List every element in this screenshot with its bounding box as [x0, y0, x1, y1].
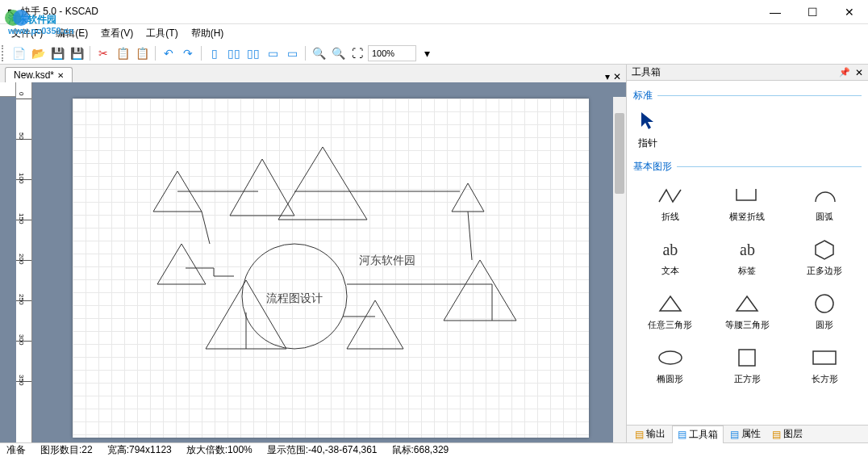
ellipse-icon — [657, 344, 684, 371]
tab-label: New.ksd* — [14, 69, 54, 81]
shapes-layer: 河东软件园 流程图设计 — [73, 99, 589, 438]
document-tab[interactable]: New.ksd* ✕ — [5, 67, 73, 82]
tool-hex[interactable]: 正多边形 — [787, 231, 862, 282]
toolbar-grip — [2, 45, 6, 61]
tool-tri[interactable]: 任意三角形 — [633, 285, 707, 336]
ab-icon: ab — [662, 236, 678, 263]
menu-edit[interactable]: 编辑(E) — [49, 25, 94, 42]
vertical-scrollbar[interactable] — [613, 97, 626, 442]
svg-marker-8 — [347, 300, 403, 349]
tool-polyline[interactable]: 折线 — [633, 177, 707, 228]
tab-layers[interactable]: ▤图层 — [767, 426, 807, 442]
redo-button[interactable]: ↷ — [179, 44, 197, 62]
cut-button[interactable]: ✂ — [94, 44, 112, 62]
svg-point-15 — [659, 351, 682, 364]
align4-button[interactable]: ▭ — [264, 44, 282, 62]
tabstrip-close-icon[interactable]: ✕ — [613, 71, 621, 82]
svg-marker-6 — [157, 244, 206, 284]
tool-label: 正方形 — [734, 373, 761, 385]
vertical-ruler: 050100150200250300350 — [16, 82, 32, 442]
tab-close-icon[interactable]: ✕ — [57, 71, 64, 80]
zoomfit-button[interactable]: ⛶ — [348, 44, 366, 62]
paste-button[interactable]: 📋 — [133, 44, 151, 62]
svg-marker-13 — [737, 296, 757, 311]
tool-tri[interactable]: 等腰三角形 — [711, 285, 785, 336]
tool-rect[interactable]: 长方形 — [787, 339, 862, 390]
statusbar: 准备 图形数目:22 宽高:794x1123 放大倍数:100% 显示范围:-4… — [0, 442, 868, 457]
tool-circle[interactable]: 圆形 — [787, 285, 862, 336]
minimize-button[interactable]: — — [757, 0, 794, 24]
tab-toolbox[interactable]: ▤工具箱 — [672, 426, 724, 443]
menu-help[interactable]: 帮助(H) — [185, 25, 231, 42]
tab-output[interactable]: ▤输出 — [630, 426, 670, 442]
tool-pointer[interactable]: 指针 — [633, 106, 862, 155]
maximize-button[interactable]: ☐ — [794, 0, 831, 24]
zoom-input[interactable] — [368, 45, 416, 61]
ruler-corner — [0, 82, 16, 97]
canvas-text-2: 流程图设计 — [266, 291, 323, 304]
tool-ellipse[interactable]: 椭圆形 — [633, 339, 707, 390]
tab-dropdown-icon[interactable]: ▾ — [605, 71, 610, 82]
svg-point-14 — [816, 295, 833, 312]
tabstrip: New.ksd* ✕ ▾ ✕ — [0, 65, 626, 82]
tool-hvline[interactable]: 横竖折线 — [711, 177, 785, 228]
canvas-text-1: 河东软件园 — [359, 254, 415, 266]
zoomout-button[interactable]: 🔍 — [329, 44, 347, 62]
svg-marker-9 — [444, 260, 516, 321]
tri-icon — [733, 290, 761, 317]
saveall-button[interactable]: 💾 — [68, 44, 86, 62]
tool-label: 标签 — [738, 265, 756, 277]
square-icon — [736, 344, 758, 371]
tri-icon — [657, 290, 684, 317]
tool-label: 任意三角形 — [648, 319, 692, 331]
document-area: New.ksd* ✕ ▾ ✕ 0501001502002503003504004… — [0, 65, 626, 442]
zoom-dropdown[interactable]: ▾ — [418, 44, 436, 62]
svg-rect-16 — [739, 350, 755, 366]
toolbox-group-title: 基本图形 — [633, 160, 862, 174]
new-button[interactable]: 📄 — [10, 44, 27, 62]
toolbar: 📄 📂 💾 💾 ✂ 📋 📋 ↶ ↷ ▯ ▯▯ ▯▯ ▭ ▭ 🔍 🔍 ⛶ ▾ — [0, 42, 868, 65]
zoomin-button[interactable]: 🔍 — [310, 44, 328, 62]
close-button[interactable]: ✕ — [831, 0, 868, 24]
menu-view[interactable]: 查看(V) — [94, 25, 140, 42]
svg-marker-5 — [452, 183, 484, 212]
align3-button[interactable]: ▯▯ — [244, 44, 262, 62]
save-button[interactable]: 💾 — [48, 44, 66, 62]
tool-label: 正多边形 — [807, 265, 842, 277]
svg-rect-17 — [813, 351, 836, 364]
tab-properties[interactable]: ▤属性 — [725, 426, 766, 442]
polyline-icon — [657, 182, 684, 209]
hex-icon — [812, 236, 837, 263]
toolbox-close-icon[interactable]: ✕ — [855, 67, 863, 78]
toolbox-titlebar: 工具箱 📌 ✕ — [627, 65, 868, 81]
open-button[interactable]: 📂 — [29, 44, 47, 62]
tool-label: 指针 — [638, 136, 657, 150]
tool-square[interactable]: 正方形 — [711, 339, 785, 390]
page: 河东软件园 流程图设计 — [73, 99, 589, 438]
svg-marker-4 — [278, 147, 367, 220]
align2-button[interactable]: ▯▯ — [225, 44, 243, 62]
copy-button[interactable]: 📋 — [114, 44, 131, 62]
tool-ab[interactable]: ab文本 — [633, 231, 707, 282]
tool-label: 等腰三角形 — [725, 319, 770, 331]
tool-ab[interactable]: ab标签 — [711, 231, 785, 282]
hvline-icon — [733, 182, 761, 209]
pointer-icon — [638, 111, 656, 136]
status-range: 显示范围:-40,-38-674,361 — [267, 443, 378, 457]
tool-label: 长方形 — [812, 373, 838, 385]
svg-point-1 — [13, 10, 29, 26]
tool-label: 椭圆形 — [657, 373, 683, 385]
align1-button[interactable]: ▯ — [206, 44, 223, 62]
tool-label: 文本 — [661, 265, 679, 277]
pin-icon[interactable]: 📌 — [839, 67, 850, 78]
tool-label: 横竖折线 — [729, 211, 765, 223]
status-size: 宽高:794x1123 — [107, 443, 172, 457]
tool-arc[interactable]: 圆弧 — [787, 177, 862, 228]
circle-icon — [812, 290, 837, 317]
status-mouse: 鼠标:668,329 — [392, 443, 449, 457]
menu-tools[interactable]: 工具(T) — [140, 25, 184, 42]
undo-button[interactable]: ↶ — [160, 44, 177, 62]
align5-button[interactable]: ▭ — [283, 44, 301, 62]
canvas[interactable]: 河东软件园 流程图设计 — [32, 82, 626, 442]
status-zoom: 放大倍数:100% — [186, 443, 252, 457]
